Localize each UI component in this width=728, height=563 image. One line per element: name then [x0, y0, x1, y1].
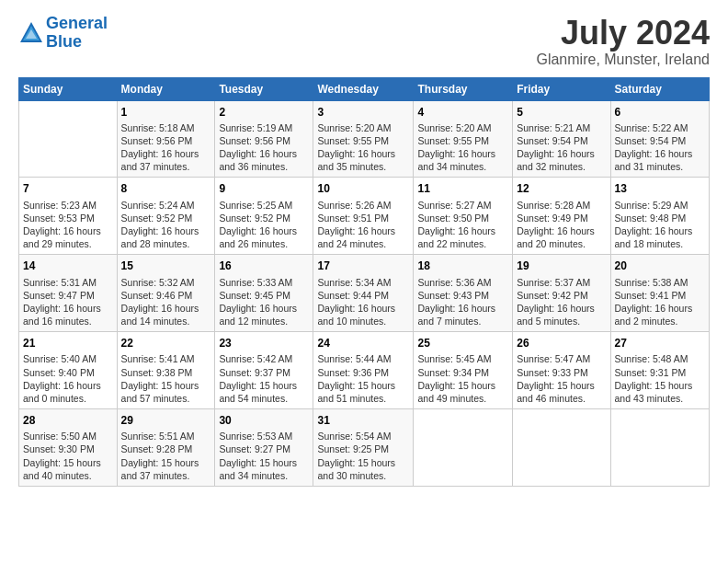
day-number: 20 — [615, 259, 705, 273]
logo-text: General Blue — [46, 15, 108, 52]
calendar-cell: 19Sunrise: 5:37 AMSunset: 9:42 PMDayligh… — [513, 255, 610, 332]
day-info: Sunrise: 5:20 AMSunset: 9:55 PMDaylight:… — [317, 121, 409, 174]
calendar-cell: 29Sunrise: 5:51 AMSunset: 9:28 PMDayligh… — [117, 409, 215, 487]
day-number: 1 — [121, 105, 211, 120]
day-info: Sunrise: 5:23 AMSunset: 9:53 PMDaylight:… — [23, 199, 113, 251]
logo-general: General — [46, 14, 108, 32]
day-number: 9 — [219, 181, 309, 196]
day-info: Sunrise: 5:38 AMSunset: 9:41 PMDaylight:… — [615, 276, 705, 328]
column-header-thursday: Thursday — [414, 77, 513, 100]
calendar-cell — [19, 100, 118, 178]
day-info: Sunrise: 5:27 AMSunset: 9:50 PMDaylight:… — [417, 199, 508, 251]
day-info: Sunrise: 5:18 AMSunset: 9:56 PMDaylight:… — [121, 121, 211, 174]
day-info: Sunrise: 5:53 AMSunset: 9:27 PMDaylight:… — [219, 430, 309, 482]
day-number: 13 — [615, 181, 705, 196]
calendar-cell — [414, 409, 513, 487]
day-info: Sunrise: 5:45 AMSunset: 9:34 PMDaylight:… — [417, 352, 508, 405]
day-info: Sunrise: 5:48 AMSunset: 9:31 PMDaylight:… — [615, 352, 705, 405]
day-info: Sunrise: 5:44 AMSunset: 9:36 PMDaylight:… — [317, 352, 409, 405]
column-header-wednesday: Wednesday — [313, 77, 414, 100]
day-number: 7 — [23, 181, 113, 196]
calendar-cell — [513, 409, 610, 487]
day-info: Sunrise: 5:26 AMSunset: 9:51 PMDaylight:… — [317, 199, 409, 251]
calendar-cell: 5Sunrise: 5:21 AMSunset: 9:54 PMDaylight… — [513, 100, 610, 178]
day-info: Sunrise: 5:33 AMSunset: 9:45 PMDaylight:… — [219, 276, 309, 328]
calendar-cell: 25Sunrise: 5:45 AMSunset: 9:34 PMDayligh… — [414, 332, 513, 409]
page: General Blue July 2024 Glanmire, Munster… — [0, 0, 728, 563]
logo-icon — [18, 20, 44, 46]
calendar-cell: 2Sunrise: 5:19 AMSunset: 9:56 PMDaylight… — [215, 100, 313, 178]
day-number: 11 — [417, 181, 508, 196]
calendar-table: SundayMondayTuesdayWednesdayThursdayFrid… — [18, 77, 710, 487]
calendar-cell: 21Sunrise: 5:40 AMSunset: 9:40 PMDayligh… — [19, 332, 118, 409]
calendar-cell: 27Sunrise: 5:48 AMSunset: 9:31 PMDayligh… — [610, 332, 709, 409]
day-number: 29 — [121, 413, 211, 428]
day-info: Sunrise: 5:24 AMSunset: 9:52 PMDaylight:… — [121, 199, 211, 251]
calendar-cell: 1Sunrise: 5:18 AMSunset: 9:56 PMDaylight… — [117, 100, 215, 178]
column-header-sunday: Sunday — [19, 77, 118, 100]
column-header-friday: Friday — [513, 77, 610, 100]
logo-blue: Blue — [46, 32, 82, 51]
day-info: Sunrise: 5:31 AMSunset: 9:47 PMDaylight:… — [23, 276, 113, 328]
day-number: 27 — [615, 336, 705, 350]
title-block: July 2024 Glanmire, Munster, Ireland — [536, 15, 710, 68]
week-row-1: 1Sunrise: 5:18 AMSunset: 9:56 PMDaylight… — [19, 100, 710, 178]
day-info: Sunrise: 5:29 AMSunset: 9:48 PMDaylight:… — [615, 199, 705, 251]
logo: General Blue — [18, 15, 108, 52]
day-number: 26 — [517, 336, 606, 350]
calendar-cell: 24Sunrise: 5:44 AMSunset: 9:36 PMDayligh… — [313, 332, 414, 409]
day-number: 30 — [219, 413, 309, 428]
day-number: 17 — [317, 259, 409, 273]
day-number: 31 — [317, 413, 409, 428]
day-number: 2 — [219, 105, 309, 120]
day-number: 14 — [23, 259, 113, 273]
day-info: Sunrise: 5:37 AMSunset: 9:42 PMDaylight:… — [517, 276, 606, 328]
main-title: July 2024 — [536, 15, 710, 52]
week-row-4: 21Sunrise: 5:40 AMSunset: 9:40 PMDayligh… — [19, 332, 710, 409]
calendar-cell: 14Sunrise: 5:31 AMSunset: 9:47 PMDayligh… — [19, 255, 118, 332]
week-row-2: 7Sunrise: 5:23 AMSunset: 9:53 PMDaylight… — [19, 178, 710, 255]
day-info: Sunrise: 5:34 AMSunset: 9:44 PMDaylight:… — [317, 276, 409, 328]
day-info: Sunrise: 5:28 AMSunset: 9:49 PMDaylight:… — [517, 199, 606, 251]
day-info: Sunrise: 5:22 AMSunset: 9:54 PMDaylight:… — [615, 121, 705, 174]
day-info: Sunrise: 5:32 AMSunset: 9:46 PMDaylight:… — [121, 276, 211, 328]
day-info: Sunrise: 5:41 AMSunset: 9:38 PMDaylight:… — [121, 352, 211, 405]
calendar-cell: 16Sunrise: 5:33 AMSunset: 9:45 PMDayligh… — [215, 255, 313, 332]
day-info: Sunrise: 5:50 AMSunset: 9:30 PMDaylight:… — [23, 430, 113, 482]
day-info: Sunrise: 5:47 AMSunset: 9:33 PMDaylight:… — [517, 352, 606, 405]
column-header-monday: Monday — [117, 77, 215, 100]
calendar-cell: 6Sunrise: 5:22 AMSunset: 9:54 PMDaylight… — [610, 100, 709, 178]
day-info: Sunrise: 5:51 AMSunset: 9:28 PMDaylight:… — [121, 430, 211, 482]
calendar-cell: 20Sunrise: 5:38 AMSunset: 9:41 PMDayligh… — [610, 255, 709, 332]
calendar-cell: 7Sunrise: 5:23 AMSunset: 9:53 PMDaylight… — [19, 178, 118, 255]
calendar-cell: 30Sunrise: 5:53 AMSunset: 9:27 PMDayligh… — [215, 409, 313, 487]
header: General Blue July 2024 Glanmire, Munster… — [18, 15, 710, 68]
day-number: 5 — [517, 105, 606, 120]
calendar-cell: 9Sunrise: 5:25 AMSunset: 9:52 PMDaylight… — [215, 178, 313, 255]
day-number: 23 — [219, 336, 309, 350]
day-number: 10 — [317, 181, 409, 196]
day-number: 15 — [121, 259, 211, 273]
day-number: 3 — [317, 105, 409, 120]
calendar-cell: 15Sunrise: 5:32 AMSunset: 9:46 PMDayligh… — [117, 255, 215, 332]
day-number: 16 — [219, 259, 309, 273]
day-info: Sunrise: 5:54 AMSunset: 9:25 PMDaylight:… — [317, 430, 409, 482]
calendar-cell: 28Sunrise: 5:50 AMSunset: 9:30 PMDayligh… — [19, 409, 118, 487]
column-header-saturday: Saturday — [610, 77, 709, 100]
calendar-header-row: SundayMondayTuesdayWednesdayThursdayFrid… — [19, 77, 710, 100]
day-number: 12 — [517, 181, 606, 196]
day-number: 22 — [121, 336, 211, 350]
day-info: Sunrise: 5:21 AMSunset: 9:54 PMDaylight:… — [517, 121, 606, 174]
day-number: 19 — [517, 259, 606, 273]
calendar-cell: 10Sunrise: 5:26 AMSunset: 9:51 PMDayligh… — [313, 178, 414, 255]
calendar-cell: 22Sunrise: 5:41 AMSunset: 9:38 PMDayligh… — [117, 332, 215, 409]
week-row-5: 28Sunrise: 5:50 AMSunset: 9:30 PMDayligh… — [19, 409, 710, 487]
day-number: 24 — [317, 336, 409, 350]
day-number: 21 — [23, 336, 113, 350]
calendar-cell: 4Sunrise: 5:20 AMSunset: 9:55 PMDaylight… — [414, 100, 513, 178]
day-number: 6 — [615, 105, 705, 120]
week-row-3: 14Sunrise: 5:31 AMSunset: 9:47 PMDayligh… — [19, 255, 710, 332]
calendar-cell: 26Sunrise: 5:47 AMSunset: 9:33 PMDayligh… — [513, 332, 610, 409]
day-info: Sunrise: 5:40 AMSunset: 9:40 PMDaylight:… — [23, 352, 113, 405]
day-info: Sunrise: 5:20 AMSunset: 9:55 PMDaylight:… — [417, 121, 508, 174]
